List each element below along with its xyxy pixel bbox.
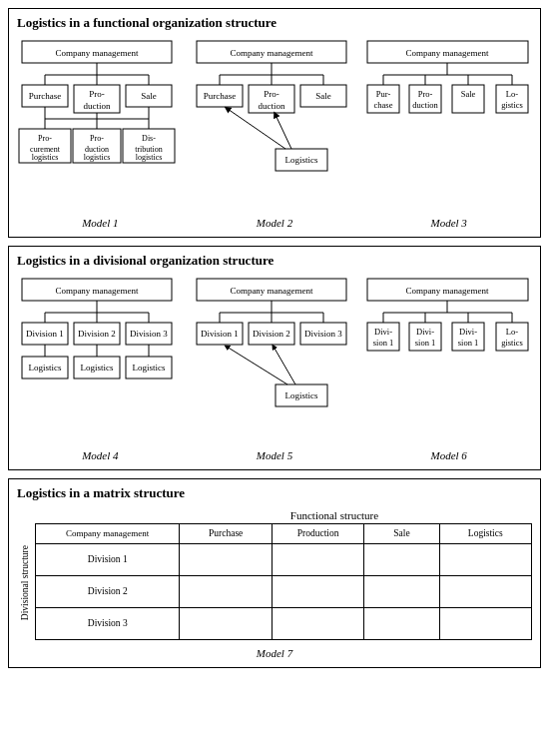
divisional-structure-col: Divisional structure	[17, 523, 33, 643]
svg-text:duction: duction	[84, 101, 111, 111]
svg-text:Sale: Sale	[315, 91, 331, 101]
svg-text:Division 1: Division 1	[201, 329, 239, 339]
svg-text:Logistics: Logistics	[81, 363, 114, 373]
model1-label: Model 1	[17, 217, 184, 229]
matrix-cell-r2c4	[439, 576, 532, 608]
svg-text:Pro-: Pro-	[90, 134, 104, 143]
functional-models-row: Company management Purchase Pro- duction…	[17, 39, 532, 229]
matrix-cell-r3c3	[364, 608, 439, 640]
matrix-row-div1: Division 1	[36, 544, 532, 576]
model5-label: Model 5	[192, 449, 358, 461]
svg-model2: Company management Purchase Pro- duction…	[192, 39, 351, 209]
svg-text:sion 1: sion 1	[458, 338, 479, 348]
matrix-col-sale: Sale	[364, 524, 439, 544]
svg-text:Company management: Company management	[230, 286, 313, 296]
svg-text:Divi-: Divi-	[459, 327, 477, 337]
model4-block: Company management Division 1 Division 2…	[17, 277, 184, 461]
matrix-cell-r1c4	[439, 544, 532, 576]
svg-text:Sale: Sale	[461, 89, 476, 99]
svg-text:Dis-: Dis-	[142, 134, 156, 143]
divisional-models-row: Company management Division 1 Division 2…	[17, 277, 532, 461]
svg-model5: Company management Division 1 Division 2…	[192, 277, 351, 441]
matrix-row2-label: Division 2	[36, 576, 180, 608]
svg-text:Logistics: Logistics	[284, 155, 317, 165]
svg-text:sion 1: sion 1	[415, 338, 436, 348]
matrix-top-node: Company management	[36, 524, 180, 544]
matrix-row-div2: Division 2	[36, 576, 532, 608]
model4-label: Model 4	[17, 449, 184, 461]
matrix-cell-r3c1	[180, 608, 272, 640]
svg-text:Lo-: Lo-	[506, 327, 518, 337]
svg-text:Pro-: Pro-	[38, 134, 52, 143]
matrix-cell-r1c2	[272, 544, 363, 576]
svg-text:Logistics: Logistics	[133, 363, 166, 373]
svg-text:gistics: gistics	[501, 338, 523, 348]
svg-text:Purchase: Purchase	[203, 91, 236, 101]
matrix-section: Logistics in a matrix structure Function…	[8, 478, 541, 668]
svg-text:Logistics: Logistics	[284, 390, 317, 400]
svg-text:Division 1: Division 1	[26, 329, 64, 339]
divisional-title: Logistics in a divisional organization s…	[17, 253, 532, 269]
svg-text:Company management: Company management	[406, 286, 490, 296]
matrix-col-logistics: Logistics	[439, 524, 532, 544]
divisional-structure-label: Divisional structure	[20, 545, 30, 620]
svg-line-107	[227, 347, 287, 384]
model6-block: Company management Divi- sion 1 Divi- si…	[365, 277, 532, 461]
svg-text:Division 2: Division 2	[78, 329, 116, 339]
matrix-header-row: Company management Purchase Production S…	[36, 524, 532, 544]
functional-section: Logistics in a functional organization s…	[8, 8, 541, 238]
matrix-cell-r1c3	[364, 544, 439, 576]
svg-text:Pur-: Pur-	[376, 89, 391, 99]
svg-model4: Company management Division 1 Division 2…	[17, 277, 177, 441]
matrix-body: Divisional structure Company management	[17, 523, 532, 643]
svg-text:logistics: logistics	[84, 153, 111, 162]
svg-text:gistics: gistics	[501, 100, 523, 110]
matrix-cell-r2c3	[364, 576, 439, 608]
svg-text:Company management: Company management	[406, 48, 490, 58]
matrix-title: Logistics in a matrix structure	[17, 485, 532, 501]
matrix-col-purchase: Purchase	[180, 524, 272, 544]
svg-text:Purchase: Purchase	[29, 91, 62, 101]
matrix-col-production: Production	[272, 524, 363, 544]
svg-text:Divi-: Divi-	[416, 327, 434, 337]
model7-label: Model 7	[17, 647, 532, 659]
svg-text:Pro-: Pro-	[89, 89, 105, 99]
matrix-cell-r2c2	[272, 576, 363, 608]
svg-text:Pro-: Pro-	[418, 89, 433, 99]
svg-text:logistics: logistics	[136, 153, 163, 162]
svg-text:duction: duction	[258, 101, 284, 111]
svg-text:Company management: Company management	[230, 48, 313, 58]
svg-model1: Company management Purchase Pro- duction…	[17, 39, 177, 209]
svg-text:Pro-: Pro-	[264, 89, 279, 99]
matrix-row3-label: Division 3	[36, 608, 180, 640]
svg-text:Division 3: Division 3	[304, 329, 342, 339]
svg-text:Divi-: Divi-	[374, 327, 392, 337]
model6-label: Model 6	[365, 449, 532, 461]
svg-text:chase: chase	[374, 100, 393, 110]
svg-text:logistics: logistics	[32, 153, 59, 162]
svg-text:Company management: Company management	[55, 286, 139, 296]
divisional-section: Logistics in a divisional organization s…	[8, 246, 541, 470]
functional-structure-row: Functional structure	[137, 509, 532, 521]
model5-block: Company management Division 1 Division 2…	[192, 277, 358, 461]
svg-text:Company management: Company management	[55, 48, 139, 58]
matrix-cell-r3c4	[439, 608, 532, 640]
matrix-cell-r3c2	[272, 608, 363, 640]
svg-text:Logistics: Logistics	[29, 363, 62, 373]
model1-block: Company management Purchase Pro- duction…	[17, 39, 184, 229]
svg-model3: Company management Pur- chase Pro- ducti…	[365, 39, 530, 209]
svg-text:Sale: Sale	[141, 91, 157, 101]
svg-text:Division 2: Division 2	[253, 329, 290, 339]
matrix-row1-label: Division 1	[36, 544, 180, 576]
model3-block: Company management Pur- chase Pro- ducti…	[365, 39, 532, 229]
matrix-cell-r1c1	[180, 544, 272, 576]
svg-text:Division 3: Division 3	[130, 329, 168, 339]
model3-label: Model 3	[365, 217, 532, 229]
model2-block: Company management Purchase Pro- duction…	[192, 39, 358, 229]
svg-text:sion 1: sion 1	[373, 338, 394, 348]
functional-structure-label: Functional structure	[137, 509, 532, 521]
model2-label: Model 2	[192, 217, 358, 229]
svg-text:duction: duction	[413, 100, 439, 110]
svg-text:Lo-: Lo-	[506, 89, 518, 99]
matrix-table: Company management Purchase Production S…	[35, 523, 532, 640]
